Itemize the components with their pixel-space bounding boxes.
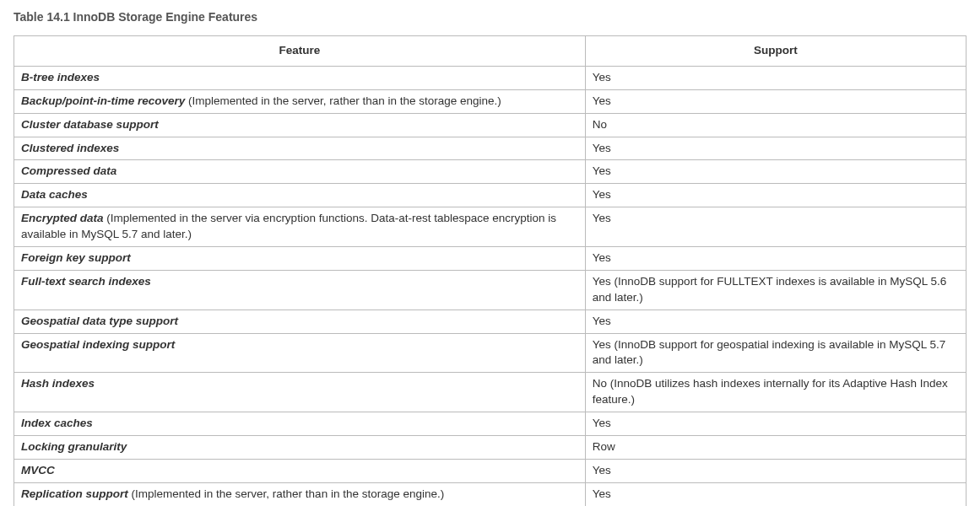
support-cell: Yes	[585, 184, 966, 207]
feature-cell: Compressed data	[14, 160, 586, 184]
table-row: Data cachesYes	[14, 184, 966, 207]
feature-name: Encrypted data	[21, 212, 104, 224]
feature-name: Locking granularity	[21, 440, 127, 453]
feature-name: Clustered indexes	[21, 142, 119, 154]
table-row: Clustered indexesYes	[14, 137, 966, 160]
feature-cell: Backup/point-in-time recovery (Implement…	[14, 89, 586, 113]
table-row: Compressed dataYes	[14, 160, 966, 184]
support-cell: Yes	[585, 412, 966, 436]
feature-cell: Encrypted data (Implemented in the serve…	[14, 207, 586, 247]
table-row: Replication support (Implemented in the …	[14, 482, 966, 506]
table-row: Encrypted data (Implemented in the serve…	[14, 207, 966, 247]
table-row: Full-text search indexesYes (InnoDB supp…	[14, 270, 966, 310]
feature-cell: B-tree indexes	[14, 66, 586, 89]
feature-name: Compressed data	[21, 164, 116, 177]
support-cell: Yes	[585, 482, 966, 506]
header-feature: Feature	[14, 36, 586, 67]
support-cell: Yes	[585, 247, 966, 271]
table-header-row: Feature Support	[14, 36, 966, 67]
feature-cell: Geospatial data type support	[14, 310, 586, 333]
table-row: Locking granularityRow	[14, 436, 966, 460]
support-cell: Yes (InnoDB support for geospatial index…	[585, 333, 966, 373]
feature-name: Replication support	[21, 487, 128, 500]
support-cell: No (InnoDB utilizes hash indexes interna…	[585, 373, 966, 412]
feature-cell: Replication support (Implemented in the …	[14, 482, 586, 506]
support-cell: Yes	[585, 160, 966, 184]
support-cell: Yes	[585, 207, 966, 247]
support-cell: Yes	[585, 310, 966, 333]
table-caption: Table 14.1 InnoDB Storage Engine Feature…	[14, 10, 966, 24]
table-row: Index cachesYes	[14, 412, 966, 436]
feature-cell: Index caches	[14, 412, 586, 436]
feature-name: Foreign key support	[21, 251, 131, 264]
table-row: MVCCYes	[14, 459, 966, 482]
table-row: Foreign key supportYes	[14, 247, 966, 271]
table-row: Hash indexesNo (InnoDB utilizes hash ind…	[14, 373, 966, 412]
feature-name: Index caches	[21, 417, 93, 429]
support-cell: Yes	[585, 66, 966, 89]
feature-name: Full-text search indexes	[21, 275, 151, 288]
feature-name: B-tree indexes	[21, 71, 100, 83]
table-row: Geospatial indexing supportYes (InnoDB s…	[14, 333, 966, 373]
feature-note: (Implemented in the server, rather than …	[128, 487, 444, 500]
feature-cell: Data caches	[14, 184, 586, 207]
feature-cell: Hash indexes	[14, 373, 586, 412]
support-cell: Row	[585, 436, 966, 460]
table-row: Cluster database supportNo	[14, 113, 966, 137]
feature-cell: Locking granularity	[14, 436, 586, 460]
support-cell: Yes (InnoDB support for FULLTEXT indexes…	[585, 270, 966, 310]
support-cell: Yes	[585, 89, 966, 113]
feature-name: Geospatial data type support	[21, 315, 178, 327]
feature-name: MVCC	[21, 464, 55, 476]
feature-cell: MVCC	[14, 459, 586, 482]
support-cell: Yes	[585, 459, 966, 482]
support-cell: Yes	[585, 137, 966, 160]
feature-cell: Full-text search indexes	[14, 270, 586, 310]
feature-cell: Clustered indexes	[14, 137, 586, 160]
feature-name: Hash indexes	[21, 377, 95, 390]
feature-cell: Foreign key support	[14, 247, 586, 271]
feature-name: Geospatial indexing support	[21, 338, 175, 351]
feature-cell: Cluster database support	[14, 113, 586, 137]
feature-cell: Geospatial indexing support	[14, 333, 586, 373]
features-table: Feature Support B-tree indexesYesBackup/…	[14, 35, 966, 506]
table-row: B-tree indexesYes	[14, 66, 966, 89]
support-cell: No	[585, 113, 966, 137]
feature-name: Cluster database support	[21, 118, 159, 131]
feature-name: Backup/point-in-time recovery	[21, 94, 185, 107]
table-row: Backup/point-in-time recovery (Implement…	[14, 89, 966, 113]
feature-note: (Implemented in the server, rather than …	[185, 94, 501, 107]
header-support: Support	[585, 36, 966, 67]
table-row: Geospatial data type supportYes	[14, 310, 966, 333]
feature-name: Data caches	[21, 188, 88, 201]
